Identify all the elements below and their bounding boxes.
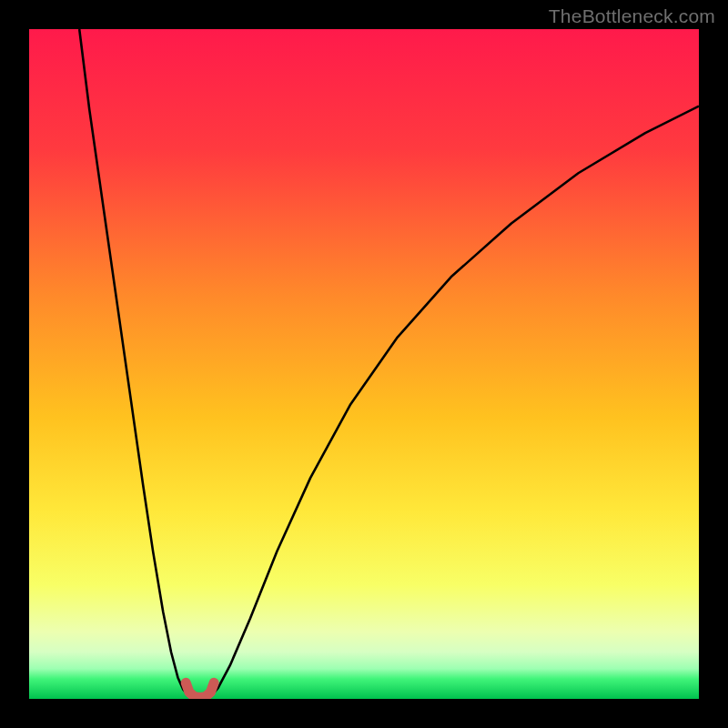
gradient-background bbox=[29, 29, 699, 699]
outer-black-frame: TheBottleneck.com bbox=[0, 0, 728, 728]
watermark-text: TheBottleneck.com bbox=[549, 5, 715, 27]
plot-area bbox=[29, 29, 699, 699]
chart-svg bbox=[29, 29, 699, 699]
